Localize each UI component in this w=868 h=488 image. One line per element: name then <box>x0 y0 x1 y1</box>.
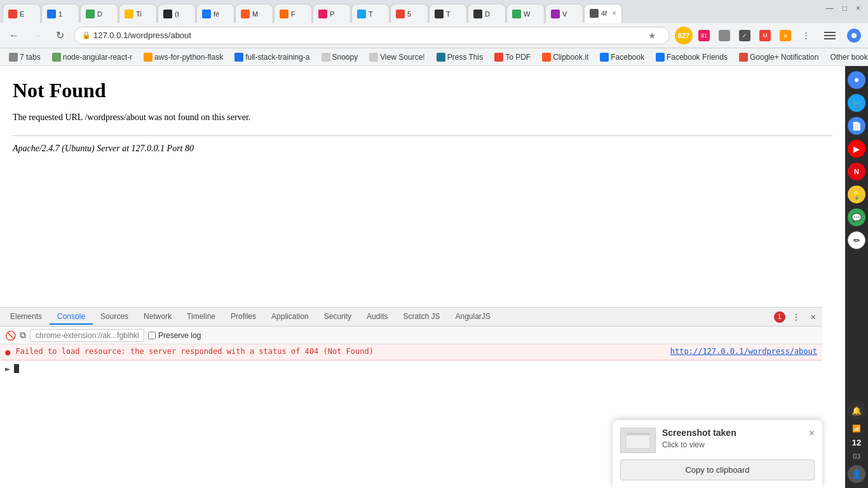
bell-sidebar-icon[interactable]: 🔔 <box>848 402 865 419</box>
devtools-tab-console[interactable]: Console <box>50 309 93 325</box>
tab-ti[interactable]: Ti <box>119 4 157 23</box>
devtools-tab-sources[interactable]: Sources <box>93 309 136 325</box>
tab-t3[interactable]: T <box>429 4 467 23</box>
tab-close-active[interactable]: × <box>612 9 616 18</box>
tab-active[interactable]: 4f × <box>584 4 622 23</box>
error-source-link[interactable]: http://127.0.0.1/wordpress/about <box>670 347 817 356</box>
tab-m[interactable]: M <box>235 4 273 23</box>
devtools-tab-timeline[interactable]: Timeline <box>179 309 223 325</box>
address-bar[interactable]: 🔒 127.0.0.1/wordpress/about ★ <box>74 27 670 44</box>
tab-v[interactable]: V <box>545 4 583 23</box>
ext-icon-4[interactable]: ✓ <box>736 27 754 44</box>
tab-f[interactable]: F <box>274 4 312 23</box>
minimize-button[interactable]: — <box>824 3 836 14</box>
page-content: Not Found The requested URL /wordpress/a… <box>0 66 845 166</box>
more-tools-button[interactable]: ⋮ <box>797 27 815 44</box>
tab-w[interactable]: W <box>506 4 545 23</box>
tab-1[interactable]: 1 <box>41 4 79 23</box>
bookmark-aws-label: aws-for-python-flask <box>154 53 223 62</box>
devtools-tab-elements[interactable]: Elements <box>3 309 50 325</box>
bookmark-viewsource[interactable]: View Source! <box>365 51 428 63</box>
tab-e[interactable]: E <box>3 4 41 23</box>
bookmark-fullstack[interactable]: full-stack-training-a <box>231 51 313 63</box>
bookmark-googleplus[interactable]: Google+ Notification <box>735 51 822 63</box>
tab-gh[interactable]: (t <box>158 4 196 23</box>
notification-subtitle[interactable]: Click to view <box>662 440 803 449</box>
youtube-sidebar-icon[interactable]: ▶ <box>848 140 865 158</box>
devtools-tab-application[interactable]: Application <box>264 309 316 325</box>
devtools-tab-security[interactable]: Security <box>316 309 359 325</box>
clipbook-icon <box>542 53 551 62</box>
bookmark-other[interactable]: Other bookmarks <box>826 51 868 63</box>
devtools-tab-scratchjs[interactable]: Scratch JS <box>395 309 447 325</box>
bookmark-star-icon[interactable]: ★ <box>648 30 661 41</box>
filter-icon[interactable]: ⧉ <box>20 330 26 341</box>
bookmark-aws[interactable]: aws-for-python-flask <box>140 51 227 63</box>
back-button[interactable]: ← <box>5 27 23 44</box>
bookmark-clipbook[interactable]: Clipbook.it <box>538 51 592 63</box>
ext-icon-1[interactable]: 827 <box>675 27 693 44</box>
reload-button[interactable]: ↻ <box>51 27 69 44</box>
tab-t2[interactable]: T <box>351 4 390 23</box>
ext-icon-gmail[interactable]: M <box>756 27 774 44</box>
bookmark-fbfriends[interactable]: Facebook Friends <box>652 51 731 63</box>
tab-label-5: 5 <box>407 10 423 18</box>
twitter-sidebar-icon[interactable]: 🐦 <box>848 94 865 112</box>
filter-input[interactable] <box>30 329 144 342</box>
wifi-icon: 📶 <box>852 424 861 433</box>
page-divider <box>13 135 832 136</box>
bookmark-pressthis-label: Press This <box>447 53 483 62</box>
devtools-settings-button[interactable]: ⋮ <box>788 311 804 323</box>
bookmark-node[interactable]: node-angular-react-r <box>48 51 136 63</box>
ext-icon-amazon[interactable]: a <box>776 27 794 44</box>
devtools-tab-profiles[interactable]: Profiles <box>223 309 264 325</box>
bookmark-tabs[interactable]: 7 tabs <box>5 51 44 63</box>
notification-close-button[interactable]: × <box>809 428 815 439</box>
tab-fb[interactable]: fé <box>196 4 234 23</box>
error-count-badge: 1 <box>774 311 785 323</box>
preserve-log-label[interactable]: Preserve log <box>148 331 201 340</box>
bookmark-snoopy[interactable]: Snoopy <box>318 51 362 63</box>
tab-label-t2: T <box>369 10 384 18</box>
devtools-tab-audits[interactable]: Audits <box>359 309 395 325</box>
bookmark-pressthis[interactable]: Press This <box>433 51 487 63</box>
ext-icon-3[interactable] <box>715 27 733 44</box>
googleplus-icon <box>739 53 748 62</box>
tab-icon-e <box>8 10 17 18</box>
tab-5[interactable]: 5 <box>390 4 428 23</box>
console-error-row[interactable]: ● Failed to load resource: the server re… <box>0 344 822 360</box>
user-avatar-icon[interactable]: 👤 <box>848 465 865 483</box>
devtools-tab-network[interactable]: Network <box>136 309 179 325</box>
svg-rect-7 <box>627 433 649 435</box>
devtools-tab-angularjs[interactable]: AngularJS <box>448 309 498 325</box>
tab-nyt[interactable]: D <box>468 4 506 23</box>
tab-icon-d <box>86 10 95 18</box>
bookmark-topdf[interactable]: To PDF <box>491 51 534 63</box>
tab-p[interactable]: P <box>313 4 351 23</box>
devtools-close-button[interactable]: × <box>807 311 820 323</box>
clear-console-icon[interactable]: 🚫 <box>5 330 16 341</box>
lightbulb-sidebar-icon[interactable]: 💡 <box>848 186 865 203</box>
forward-button[interactable]: → <box>28 27 46 44</box>
chrome-sidebar-icon[interactable] <box>848 71 865 89</box>
pencil-sidebar-icon[interactable]: ✏ <box>848 231 865 249</box>
copy-to-clipboard-button[interactable]: Copy to clipboard <box>620 459 815 480</box>
docs-sidebar-icon[interactable]: 📄 <box>848 117 865 135</box>
notification-thumbnail[interactable] <box>620 428 656 453</box>
preserve-log-checkbox[interactable] <box>148 332 156 339</box>
tab-d[interactable]: D <box>80 4 118 23</box>
maximize-button[interactable]: □ <box>840 3 850 14</box>
address-bar-row: ← → ↻ 🔒 127.0.0.1/wordpress/about ★ 827 … <box>0 23 868 48</box>
netflix-sidebar-icon[interactable]: N <box>848 163 865 180</box>
ext-icon-2[interactable]: 91 <box>695 27 713 44</box>
tab-label-t3: T <box>446 10 461 18</box>
console-input-row[interactable]: ► <box>0 360 822 376</box>
bookmark-facebook-label: Facebook <box>611 53 644 62</box>
close-button[interactable]: × <box>853 3 863 14</box>
hangouts-sidebar-icon[interactable]: 💬 <box>848 208 865 226</box>
bookmark-facebook[interactable]: Facebook <box>596 51 648 63</box>
tab-icon-active <box>590 9 599 18</box>
tab-icon-1 <box>47 10 56 18</box>
tab-label-ti: Ti <box>136 10 151 18</box>
chrome-menu-button[interactable] <box>820 27 840 44</box>
